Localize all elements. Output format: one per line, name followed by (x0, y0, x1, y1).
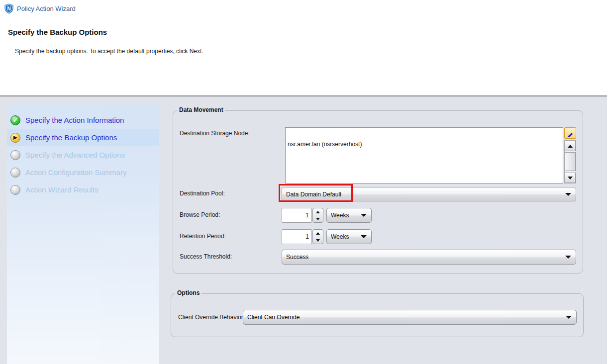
destination-pool-label: Destination Pool: (180, 190, 225, 197)
stepper-down-icon[interactable] (313, 215, 323, 222)
retention-period-unit-value: Weeks (331, 233, 349, 240)
success-threshold-value: Success (286, 254, 308, 261)
circle-icon (10, 150, 20, 160)
browse-period-unit-select[interactable]: Weeks (326, 208, 372, 223)
success-threshold-label: Success Threshold: (180, 253, 232, 260)
chevron-down-icon (361, 214, 367, 217)
storage-node-scrollbar[interactable] (564, 140, 576, 183)
arrow-down-icon[interactable] (565, 173, 576, 183)
wizard-step-wizard-results[interactable]: Action Wizard Results (7, 181, 159, 198)
arrow-right-icon (10, 133, 20, 143)
window-title: Policy Action Wizard (17, 5, 76, 12)
destination-pool-value: Data Domain Default (286, 191, 341, 198)
wizard-steps-panel: ✓ Specify the Action Information Specify… (7, 104, 159, 364)
wizard-body: ✓ Specify the Action Information Specify… (0, 96, 607, 364)
stepper-down-icon[interactable] (313, 237, 323, 244)
networker-shield-icon: N (4, 3, 14, 14)
stepper-up-icon[interactable] (313, 230, 323, 237)
page-title: Specify the Backup Options (8, 28, 107, 36)
retention-period-label: Retention Period: (180, 233, 226, 240)
success-threshold-select[interactable]: Success (282, 250, 576, 265)
chevron-down-icon (361, 235, 367, 238)
storage-node-item[interactable]: nsr.amer.lan (nsrserverhost) (288, 141, 362, 148)
step-label: Specify the Action Information (25, 116, 124, 124)
page-subtitle: Specify the backup options. To accept th… (15, 48, 203, 55)
browse-period-unit-value: Weeks (331, 212, 349, 219)
svg-text:N: N (7, 6, 10, 11)
chevron-down-icon (565, 193, 571, 196)
wizard-step-backup-options[interactable]: Specify the Backup Options (7, 129, 159, 146)
destination-pool-select[interactable]: Data Domain Default (282, 187, 576, 201)
wizard-step-configuration-summary[interactable]: Action Configuration Summary (7, 164, 159, 181)
stepper-up-icon[interactable] (313, 208, 323, 215)
chevron-down-icon (566, 316, 572, 319)
group-title: Options (175, 289, 202, 296)
edit-storage-node-button[interactable] (564, 127, 576, 139)
check-icon: ✓ (10, 115, 20, 125)
browse-period-stepper[interactable] (312, 208, 323, 223)
options-group: Options Client Override Behavior: Client… (171, 293, 584, 337)
browse-period-input[interactable] (282, 208, 312, 223)
circle-icon (10, 185, 20, 195)
circle-icon (10, 168, 20, 178)
chevron-down-icon (565, 256, 571, 259)
pencil-icon (567, 130, 574, 137)
wizard-step-advanced-options[interactable]: Specify the Advanced Options (7, 146, 159, 164)
group-title: Data Movement (177, 106, 225, 113)
retention-period-unit-select[interactable]: Weeks (326, 229, 372, 244)
client-override-behavior-select[interactable]: Client Can Override (243, 310, 577, 325)
destination-storage-node-list[interactable]: nsr.amer.lan (nsrserverhost) (285, 127, 563, 183)
titlebar: N Policy Action Wizard (0, 0, 607, 17)
browse-period-label: Browse Period: (180, 211, 220, 218)
scrollbar-thumb[interactable] (565, 152, 576, 171)
arrow-up-icon[interactable] (565, 141, 576, 151)
step-label: Action Wizard Results (25, 185, 99, 194)
step-label: Action Configuration Summary (25, 168, 126, 177)
retention-period-stepper[interactable] (312, 229, 323, 244)
client-override-behavior-value: Client Can Override (247, 314, 300, 321)
step-label: Specify the Backup Options (25, 133, 117, 142)
data-movement-group: Data Movement Destination Storage Node: … (173, 110, 583, 273)
destination-storage-node-label: Destination Storage Node: (180, 130, 250, 137)
retention-period-input[interactable] (282, 229, 312, 244)
step-label: Specify the Advanced Options (25, 151, 125, 159)
policy-action-wizard-window: N Policy Action Wizard Specify the Backu… (0, 0, 607, 364)
client-override-behavior-label: Client Override Behavior: (178, 314, 245, 321)
wizard-step-action-information[interactable]: ✓ Specify the Action Information (7, 111, 159, 129)
